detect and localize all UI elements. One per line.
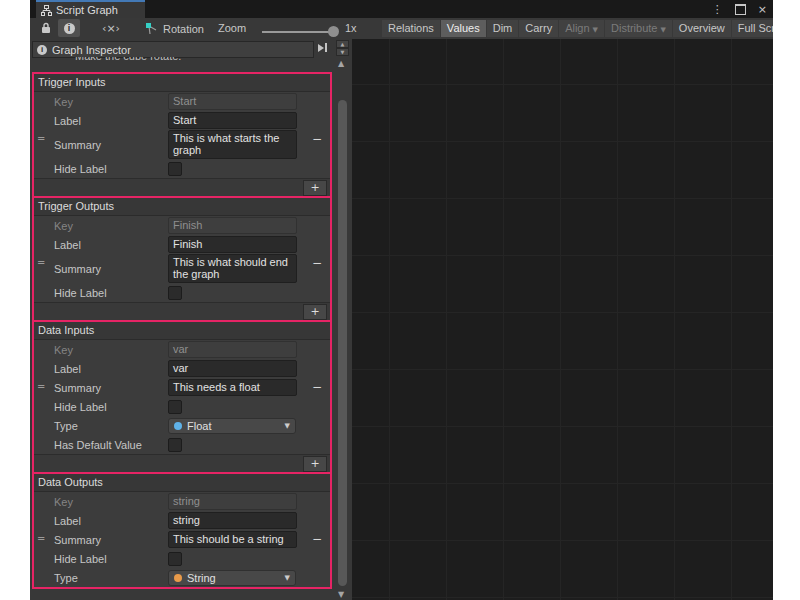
drag-handle-icon[interactable]: = [37,381,45,392]
inspector-scrollbar[interactable]: ▲ ▼ [336,57,349,600]
zoom-slider-handle[interactable] [328,26,339,37]
zoom-slider[interactable] [262,31,336,33]
label-field[interactable]: Start [168,112,297,129]
summary-field[interactable]: This should be a string [168,531,297,548]
code-icon: ‹×› [102,22,120,35]
tab-script-graph[interactable]: Script Graph [36,0,145,18]
add-item-button[interactable]: + [303,456,327,472]
overview-button[interactable]: Overview [673,20,731,37]
close-icon[interactable]: × [758,3,767,16]
label-field[interactable]: var [168,360,297,377]
label-value: Start [173,114,196,126]
drag-handle-icon[interactable]: = [37,257,45,268]
type-dropdown[interactable]: String ▼ [168,570,296,586]
graph-canvas[interactable] [352,39,773,600]
field-label: Label [54,515,168,527]
add-item-button[interactable]: + [303,180,327,196]
add-item-button[interactable]: + [303,304,327,320]
type-row: Type Float ▼ [34,416,330,435]
graph-context[interactable]: Rotation [145,18,204,39]
label-field[interactable]: Finish [168,236,297,253]
field-label: Hide Label [54,163,168,175]
maximize-icon[interactable] [735,4,746,15]
remove-item-button[interactable]: − [312,380,322,394]
hide-label-row: Hide Label [34,397,330,416]
spinner-down-button[interactable]: ▼ [336,48,349,56]
key-row: Key Finish [34,216,330,235]
lock-button[interactable] [36,19,56,37]
dock-panel-icon[interactable] [318,43,327,52]
align-label: Align [565,22,589,34]
field-label: Summary [54,139,168,151]
overview-label: Overview [679,22,725,34]
hide-label-checkbox[interactable] [168,286,182,300]
align-button[interactable]: Align▼ [559,20,604,37]
values-button[interactable]: Values [441,20,486,37]
summary-field[interactable]: This is what starts the graph [168,130,297,159]
unity-script-graph-window: Script Graph ⋮ × i ‹×› Rotation [30,0,773,600]
section-title: Trigger Outputs [34,198,330,216]
key-field: Finish [168,217,297,234]
list-footer: + [34,178,330,196]
summary-field[interactable]: This is what should end the graph [168,254,297,283]
key-field: Start [168,93,297,110]
label-value: string [173,514,200,526]
tab-title: Script Graph [56,4,118,16]
float-type-icon [174,422,182,430]
summary-field[interactable]: This needs a float [168,379,297,396]
info-icon: i [37,45,47,55]
remove-item-button[interactable]: − [312,132,322,146]
menu-icon[interactable]: ⋮ [712,3,723,16]
drag-handle-icon[interactable]: = [37,533,45,544]
zoom-label: Zoom [218,22,246,34]
panel-spinner: ▲ ▼ [336,40,349,56]
summary-row: = Summary This should be a string − [34,530,330,549]
carry-label: Carry [525,22,552,34]
graph-inspector-header: i Graph Inspector [32,41,314,58]
summary-row: = Summary This is what should end the gr… [34,254,330,283]
distribute-button[interactable]: Distribute▼ [605,20,672,37]
has-default-value-checkbox[interactable] [168,438,182,452]
key-field: string [168,493,297,510]
hide-label-checkbox[interactable] [168,162,182,176]
key-row: Key string [34,492,330,511]
field-label: Hide Label [54,287,168,299]
graph-summary-text: Make the cube rotate. [75,57,181,62]
full-screen-button[interactable]: Full Screen [732,20,773,37]
carry-button[interactable]: Carry [519,20,558,37]
spinner-up-button[interactable]: ▲ [336,40,349,48]
hide-label-checkbox[interactable] [168,400,182,414]
key-field: var [168,341,297,358]
code-view-button[interactable]: ‹×› [96,19,126,37]
toolbar-buttons: Relations Values Dim Carry Align▼ Distri… [382,20,773,37]
field-label: Label [54,115,168,127]
key-value: string [173,495,200,507]
inspector-toggle-button[interactable]: i [58,19,80,37]
chevron-down-icon: ▼ [593,26,598,34]
dim-button[interactable]: Dim [487,20,519,37]
scroll-down-icon[interactable]: ▼ [338,590,344,599]
tab-bar: Script Graph ⋮ × [30,0,773,18]
gizmo-icon [145,22,158,35]
relations-button[interactable]: Relations [382,20,440,37]
lock-icon [41,22,51,34]
field-label: Label [54,363,168,375]
field-label: Summary [54,534,168,546]
section-trigger-outputs: Trigger Outputs Key Finish Label Finish … [32,196,332,322]
remove-item-button[interactable]: − [312,532,322,546]
field-label: Summary [54,263,168,275]
key-row: Key Start [34,92,330,111]
section-title: Data Outputs [34,474,330,492]
field-label: Summary [54,382,168,394]
has-default-row: Has Default Value [34,435,330,454]
label-value: Finish [173,238,202,250]
remove-item-button[interactable]: − [312,256,322,270]
relations-label: Relations [388,22,434,34]
hide-label-checkbox[interactable] [168,552,182,566]
scrollbar-thumb[interactable] [338,100,347,586]
label-field[interactable]: string [168,512,297,529]
scroll-up-icon[interactable]: ▲ [338,59,344,68]
type-dropdown[interactable]: Float ▼ [168,418,296,434]
drag-handle-icon[interactable]: = [37,133,45,144]
label-row: Label var [34,359,330,378]
